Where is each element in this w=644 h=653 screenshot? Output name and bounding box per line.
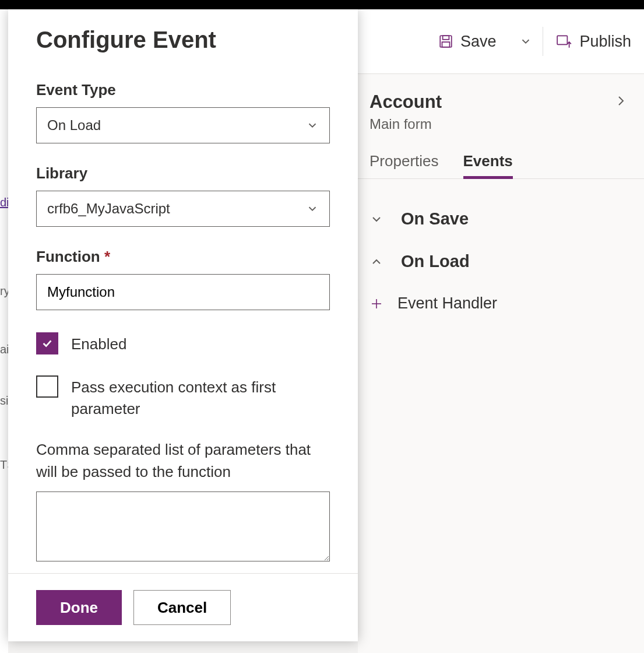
publish-button[interactable]: Publish bbox=[543, 24, 644, 59]
function-input[interactable] bbox=[47, 284, 319, 300]
svg-rect-1 bbox=[442, 36, 449, 40]
gutter-text: ai bbox=[0, 343, 8, 356]
publish-icon bbox=[556, 34, 572, 49]
pass-context-checkbox-row: Pass execution context as first paramete… bbox=[36, 374, 330, 419]
enabled-checkbox-row: Enabled bbox=[36, 331, 330, 354]
save-button[interactable]: Save bbox=[425, 24, 509, 59]
chevron-down-icon bbox=[369, 212, 385, 226]
configure-event-modal: Configure Event Event Type On Load Libra… bbox=[8, 9, 358, 641]
publish-label: Publish bbox=[579, 33, 631, 51]
left-gutter: di ry ai sir TS bbox=[0, 73, 8, 653]
cancel-button[interactable]: Cancel bbox=[133, 590, 231, 625]
library-select[interactable]: crfb6_MyJavaScript bbox=[36, 191, 330, 227]
function-label: Function * bbox=[36, 248, 330, 266]
gutter-link[interactable]: di bbox=[0, 196, 8, 209]
section-on-save[interactable]: On Save bbox=[366, 198, 644, 240]
section-label: On Load bbox=[401, 252, 470, 271]
event-type-select[interactable]: On Load bbox=[36, 107, 330, 143]
chevron-right-icon[interactable] bbox=[614, 92, 628, 110]
modal-title: Configure Event bbox=[36, 27, 330, 53]
done-button[interactable]: Done bbox=[36, 590, 122, 625]
enabled-checkbox[interactable] bbox=[36, 332, 58, 354]
add-handler-label: Event Handler bbox=[397, 294, 497, 313]
plus-icon bbox=[369, 297, 385, 311]
side-panel: Account Main form Properties Events On S… bbox=[358, 73, 644, 653]
pass-context-label: Pass execution context as first paramete… bbox=[71, 374, 330, 419]
params-label: Comma separated list of parameters that … bbox=[36, 439, 330, 483]
svg-rect-3 bbox=[558, 36, 568, 44]
tab-row: Properties Events bbox=[358, 132, 644, 179]
tab-events[interactable]: Events bbox=[463, 152, 513, 179]
library-label: Library bbox=[36, 164, 330, 182]
gutter-text: ry bbox=[0, 285, 8, 298]
section-on-load[interactable]: On Load bbox=[366, 240, 644, 283]
required-asterisk: * bbox=[104, 248, 110, 265]
chevron-down-icon bbox=[306, 202, 319, 215]
event-type-value: On Load bbox=[47, 117, 101, 134]
events-section-list: On Save On Load Event Handler bbox=[358, 179, 644, 313]
modal-footer: Done Cancel bbox=[8, 573, 358, 641]
enabled-label: Enabled bbox=[71, 331, 126, 354]
function-input-wrap bbox=[36, 274, 330, 310]
gutter-text: sir bbox=[0, 394, 8, 408]
svg-rect-2 bbox=[442, 42, 449, 47]
chevron-up-icon bbox=[369, 255, 385, 269]
add-event-handler[interactable]: Event Handler bbox=[366, 283, 644, 313]
app-topbar bbox=[0, 0, 644, 9]
section-label: On Save bbox=[401, 209, 469, 229]
save-label: Save bbox=[460, 33, 497, 51]
tab-properties[interactable]: Properties bbox=[369, 152, 439, 178]
pass-context-checkbox[interactable] bbox=[36, 375, 58, 398]
params-textarea[interactable] bbox=[36, 491, 330, 561]
panel-title: Account bbox=[369, 92, 442, 113]
gutter-text: TS bbox=[0, 458, 8, 472]
save-icon bbox=[438, 34, 453, 49]
chevron-down-icon bbox=[306, 119, 319, 132]
panel-subtitle: Main form bbox=[369, 116, 442, 132]
event-type-label: Event Type bbox=[36, 81, 330, 99]
save-dropdown[interactable] bbox=[509, 24, 543, 59]
chevron-down-icon bbox=[519, 35, 532, 48]
library-value: crfb6_MyJavaScript bbox=[47, 201, 170, 217]
